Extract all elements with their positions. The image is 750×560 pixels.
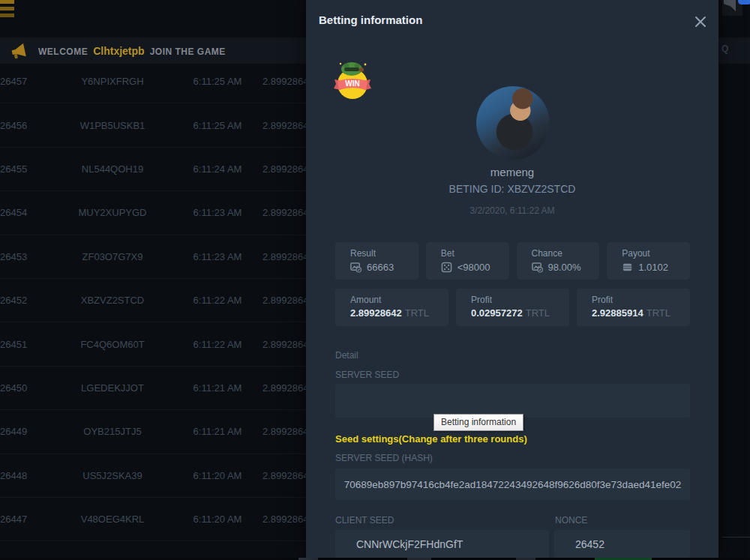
bet-time-cell: 6:11:23 AM	[172, 251, 262, 262]
bet-user-cell: Y6NPIXFRGH	[52, 76, 172, 87]
nonce-field[interactable]: 26452	[554, 530, 690, 558]
server-seed-label: SERVER SEED	[335, 370, 399, 380]
background-divider	[722, 537, 750, 538]
currency-label: TRTL	[405, 307, 429, 319]
server-seed-hash-value: 70689eb897b97416cb4fe2ad18472243492648f9…	[344, 479, 682, 490]
stat-label: Result	[350, 248, 418, 259]
currency-label: TRTL	[526, 307, 550, 319]
bet-id-cell: 26455	[0, 163, 52, 175]
bet-time-cell: 6:11:25 AM	[172, 76, 262, 87]
stats-row: Result 66663 Bet	[335, 242, 690, 280]
bet-time-cell: 6:11:20 AM	[172, 514, 262, 525]
megaphone-icon	[10, 41, 29, 61]
win-frog-badge: WIN	[332, 60, 374, 102]
bet-id-cell: 26457	[0, 76, 52, 87]
notification-badge	[738, 0, 750, 4]
amount-box: Amount 2.89928642TRTL	[335, 289, 448, 326]
client-seed-label: CLIENT SEED	[335, 515, 394, 526]
bet-time-cell: 6:11:25 AM	[172, 120, 262, 131]
bet-time-cell: 6:11:22 AM	[172, 295, 262, 306]
picture-check-icon	[532, 262, 543, 273]
amount-label: Amount	[350, 295, 448, 305]
bet-id-cell: 26452	[0, 295, 52, 306]
banner-join: JOIN THE GAME	[150, 46, 226, 57]
modal-title: Betting information	[319, 13, 422, 26]
bet-user-cell: US5J2SKA39	[52, 470, 172, 481]
stat-payout: Payout 1.0102	[607, 242, 690, 280]
hamburger-bar	[0, 13, 14, 17]
stat-chance: Chance 98.00%	[517, 242, 600, 280]
profit-value: 0.02957272	[471, 307, 523, 319]
server-seed-hash-field[interactable]: 70689eb897b97416cb4fe2ad18472243492648f9…	[335, 469, 690, 500]
bet-id-cell: 26449	[0, 426, 52, 437]
bet-id-cell: 26448	[0, 470, 52, 481]
seed-settings-link[interactable]: Seed settings(Change after three rounds)	[335, 433, 527, 445]
close-icon[interactable]	[692, 13, 710, 31]
banner-welcome: WELCOME	[38, 46, 88, 57]
profit-label: Profit	[471, 295, 569, 305]
server-seed-hash-label: SERVER SEED (HASH)	[335, 453, 433, 463]
bet-user-cell: OYB215JTJ5	[52, 426, 172, 437]
stat-value: 66663	[367, 262, 394, 273]
dice-icon	[441, 262, 452, 273]
coins-icon	[622, 262, 633, 273]
avatar[interactable]	[476, 86, 550, 160]
bet-user-cell: FC4Q6OM60T	[52, 339, 172, 350]
menu-icon[interactable]	[0, 0, 16, 19]
stat-bet: Bet <98000	[426, 242, 509, 280]
bet-id-cell: 26447	[0, 514, 52, 525]
user-name: memeng	[306, 166, 718, 178]
hamburger-bar	[0, 7, 14, 10]
stat-value: <98000	[458, 262, 490, 273]
detail-label: Detail	[335, 350, 358, 361]
bet-user-cell: MUY2XUPYGD	[52, 207, 172, 218]
picture-check-icon	[350, 262, 362, 273]
bet-time-cell: 6:11:21 AM	[172, 426, 262, 437]
bet-id-cell: 26450	[0, 382, 52, 394]
betting-id: BETING ID: XBZVZ2STCD	[306, 183, 718, 195]
profit-value: 2.92885914	[592, 307, 644, 319]
banner-username: Clhtxjetpb	[93, 45, 144, 57]
amounts-row: Amount 2.89928642TRTL Profit 0.02957272T…	[335, 289, 690, 326]
bet-id-cell: 26456	[0, 120, 52, 131]
profit-box: Profit 0.02957272TRTL	[456, 289, 569, 326]
stat-label: Chance	[532, 248, 600, 259]
profit-total-box: Profit 2.92885914TRTL	[577, 289, 690, 326]
bet-user-cell: XBZVZ2STCD	[52, 295, 172, 306]
stat-label: Bet	[441, 248, 509, 259]
client-seed-value: CNNrWCkjF2FHdnGfT	[356, 538, 463, 550]
stat-label: Payout	[622, 248, 690, 259]
bet-timestamp: 3/2/2020, 6:11:22 AM	[306, 205, 718, 216]
bet-user-cell: W1PB5USKB1	[52, 120, 172, 131]
profit-label: Profit	[592, 295, 690, 305]
hamburger-bar	[0, 0, 14, 4]
stat-value: 1.0102	[638, 262, 668, 273]
nonce-label: NONCE	[555, 515, 587, 526]
bet-time-cell: 6:11:24 AM	[172, 163, 262, 175]
nonce-value: 26452	[575, 538, 604, 550]
currency-label: TRTL	[646, 307, 670, 319]
bet-time-cell: 6:11:22 AM	[172, 339, 262, 350]
betting-information-modal: Betting information WIN	[306, 0, 718, 558]
bet-time-cell: 6:11:23 AM	[172, 207, 262, 218]
bet-user-cell: ZF03O7G7X9	[52, 251, 172, 262]
amount-value: 2.89928642	[350, 307, 402, 319]
client-seed-field[interactable]: CNNrWCkjF2FHdnGfT	[335, 530, 549, 558]
bet-user-cell: NL544QOH19	[52, 163, 172, 175]
bet-id-cell: 26451	[0, 339, 52, 350]
tooltip: Betting information	[434, 414, 524, 431]
bet-id-cell: 26454	[0, 207, 52, 218]
bet-user-cell: LGEDEKJJOT	[52, 382, 172, 394]
chat-icon-fold	[724, 0, 736, 11]
bet-time-cell: 6:11:21 AM	[172, 382, 262, 394]
stat-result: Result 66663	[335, 242, 418, 280]
server-seed-field[interactable]	[335, 384, 690, 418]
stat-value: 98.00%	[548, 262, 581, 273]
banner-right-text: Q	[722, 43, 728, 54]
app-root: WELCOME Clhtxjetpb JOIN THE GAME Q 26457…	[0, 0, 750, 560]
bet-id-cell: 26453	[0, 251, 52, 262]
svg-text:WIN: WIN	[345, 79, 359, 88]
banner-text: WELCOME Clhtxjetpb JOIN THE GAME	[38, 45, 226, 57]
bet-user-cell: V48OEG4KRL	[52, 514, 172, 525]
bet-time-cell: 6:11:20 AM	[172, 470, 262, 481]
